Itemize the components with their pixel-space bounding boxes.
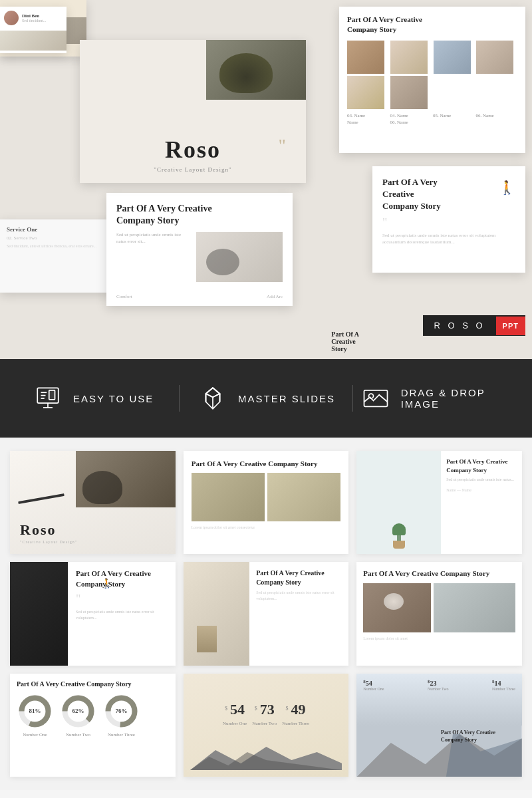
gs4-title: Part Of A Very Creative Company Story	[76, 569, 168, 589]
gs8-pricing: $ 54 Number One $ 73 Number Two $ 49	[190, 680, 342, 747]
gs2-img2	[267, 473, 340, 521]
features-bar: EASY TO USE MASTER SLIDES	[0, 359, 532, 438]
gem-icon	[197, 382, 229, 414]
gs5-right: Part Of A Very Creative Company Story Se…	[249, 562, 348, 665]
badge-name: R O S O	[423, 315, 495, 336]
rm-title: Part Of A VeryCreativeCompany Story	[382, 176, 515, 213]
roso-badge: R O S O PPT	[423, 315, 525, 336]
gs1-photo	[76, 451, 175, 507]
price-num-3: 49	[291, 701, 306, 718]
photo-cell	[434, 41, 471, 74]
gs9-val-3: 14	[494, 680, 501, 687]
gs9-name-1: Number One	[363, 687, 384, 691]
photo-cell	[476, 41, 513, 74]
grid-slide-7: Part Of A Very Creative Company Story 81…	[10, 674, 176, 777]
grid-slide-3: Part Of A Very Creative Company Story Se…	[356, 451, 522, 554]
gs3-pot	[393, 541, 405, 549]
quote-mark: "	[279, 135, 286, 156]
slide-preview-center: Roso "Creative Layout Design" "	[80, 40, 306, 183]
gs3-left	[356, 451, 441, 554]
grid-slide-9: $54 Number One $23 Number Two $14 Number…	[356, 674, 522, 777]
photo-cell	[347, 76, 384, 109]
figure-icon: 🚶	[499, 180, 515, 196]
gs3-title: Part Of A Very Creative Company Story	[446, 458, 517, 474]
pie-name-2: Number Two	[66, 732, 90, 737]
feature-drag-drop: DRAG & DROP IMAGE	[360, 382, 519, 414]
price-col-1: $ 54 Number One	[223, 701, 247, 726]
photo-cell	[347, 41, 384, 74]
gs2-photos	[192, 473, 341, 521]
pie-chart-3: 76%	[103, 693, 140, 730]
gs9-top: $54 Number One $23 Number Two $14 Number…	[356, 674, 522, 726]
feature-master-slides: MASTER SLIDES	[186, 382, 345, 414]
slide-preview-rightmid: Part Of A VeryCreativeCompany Story " Se…	[372, 166, 525, 273]
gs7-title: Part Of A Very Creative Company Story	[17, 680, 169, 688]
story-title: Part Of A Very CreativeCompany Story	[116, 203, 283, 227]
slide-preview-story: Part Of A Very CreativeCompany Story Sed…	[106, 193, 293, 306]
slide-preview-midleft: Service One 02. Service Two Sed tincidun…	[0, 219, 113, 293]
gs4-text: Sed ut perspiciatis unde omnis iste natu…	[76, 609, 168, 621]
price-display-1: $ 54	[223, 701, 247, 718]
pie-1: 81% Number One	[17, 693, 53, 737]
slide-preview-profile: Dini Ben Sed tincidunt...	[0, 7, 66, 53]
feature-easy-label: EASY TO USE	[73, 393, 154, 404]
rm-quote: "	[382, 216, 515, 230]
bottom-partial-title: Part Of ACreativeStory	[331, 331, 359, 352]
price-label-3: Number Three	[282, 721, 309, 726]
gs6-imgs	[363, 583, 515, 632]
slides-grid: Roso "Creative Layout Design" Part Of A …	[0, 438, 532, 790]
name-labels: 03. Name 04. Name 05. Name 06. Name Name…	[347, 113, 517, 125]
feature-master-label: MASTER SLIDES	[238, 393, 335, 404]
gs9-inner: $54 Number One $23 Number Two $14 Number…	[356, 674, 522, 777]
gs6-img2	[434, 583, 515, 632]
gs9-prices: $54 Number One $23 Number Two $14 Number…	[363, 679, 515, 691]
gs3-inner: Part Of A Very Creative Company Story Se…	[356, 451, 522, 554]
presentation-icon	[32, 382, 64, 414]
price-num-1: 54	[230, 701, 245, 718]
gs9-name-3: Number Three	[492, 687, 515, 691]
price-num-2: 73	[260, 701, 275, 718]
price-display-3: $ 49	[282, 701, 309, 718]
hero-section: Number One Dini Ben Sed tincidunt... Ros…	[0, 0, 532, 359]
price-display-2: $ 73	[252, 701, 277, 718]
price-label-1: Number One	[223, 721, 247, 726]
image-icon	[360, 382, 392, 414]
price-col-3: $ 49 Number Three	[282, 701, 309, 726]
gs6-img1	[363, 583, 431, 632]
gs1-content: Roso "Creative Layout Design"	[20, 521, 77, 544]
grid-slide-8: $ 54 Number One $ 73 Number Two $ 49	[184, 674, 349, 777]
gs2-title: Part Of A Very Creative Company Story	[192, 459, 341, 469]
grid-slide-2: Part Of A Very Creative Company Story Lo…	[184, 451, 349, 554]
gs6-inner: Part Of A Very Creative Company Story Lo…	[356, 562, 522, 665]
gs9-price-3: $14 Number Three	[492, 679, 515, 691]
story-image	[196, 232, 283, 282]
gs3-right: Part Of A Very Creative Company Story Se…	[441, 451, 522, 554]
gs4-quote: "	[76, 593, 168, 606]
rm-text: Sed ut perspiciatis unde omnis iste natu…	[382, 232, 515, 246]
gs7-inner: Part Of A Very Creative Company Story 81…	[10, 674, 176, 777]
gs9-val-2: 23	[430, 680, 436, 687]
gs6-bottom: Lorem ipsum dolor sit amet	[363, 636, 515, 640]
svg-rect-6	[49, 390, 55, 400]
gs9-name-2: Number Two	[428, 687, 449, 691]
price-col-2: $ 73 Number Two	[252, 701, 277, 726]
pie-label-3: 76%	[116, 708, 128, 714]
divider-1	[179, 385, 180, 412]
slide-bottom-labels: ComfortAdd Arc	[116, 294, 283, 299]
gs1-sub: "Creative Layout Design"	[20, 540, 77, 544]
gs9-bottom: Part Of A Very Creative Company Story	[356, 726, 522, 777]
grid-slide-6: Part Of A Very Creative Company Story Lo…	[356, 562, 522, 665]
pie-label-1: 81%	[29, 708, 41, 714]
gs5-title: Part Of A Very Creative Company Story	[256, 569, 342, 587]
grid-slide-4: Part Of A Very Creative Company Story " …	[10, 562, 176, 665]
photo-cell	[390, 41, 428, 74]
gs7-charts: 81% Number One 62% Number Two	[17, 693, 169, 737]
feature-easy-to-use: EASY TO USE	[13, 382, 172, 414]
gs8-inner: $ 54 Number One $ 73 Number Two $ 49	[184, 674, 349, 777]
slide-preview-topright: Part Of A Very CreativeCompany Story 03.…	[339, 7, 525, 153]
roso-title: Roso	[165, 136, 221, 164]
gs4-dark	[10, 562, 68, 665]
gs1-pen	[19, 493, 65, 504]
svg-line-9	[205, 394, 213, 397]
gs5-img	[184, 562, 249, 665]
